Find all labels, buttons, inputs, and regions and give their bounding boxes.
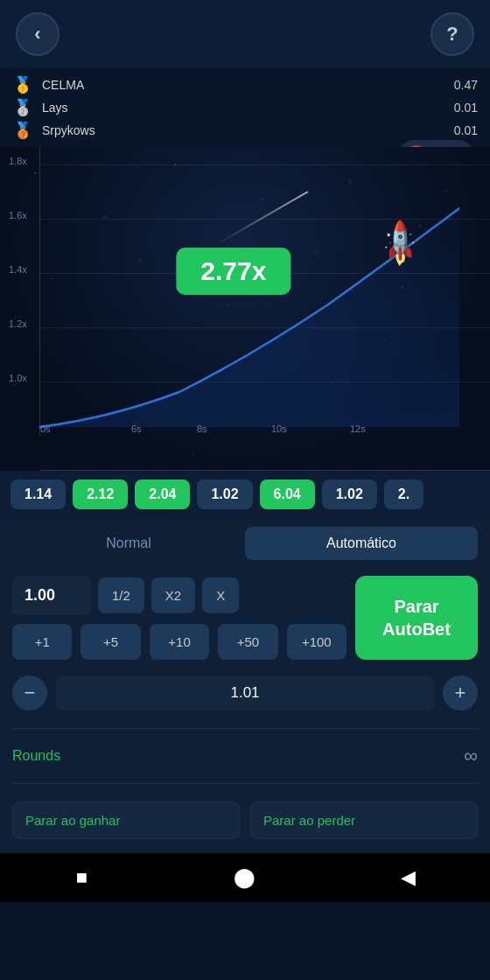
top-nav: ‹ ? [0, 0, 490, 68]
quick-add-5[interactable]: +5 [80, 624, 140, 660]
player-value-1: 0.47 [425, 78, 478, 92]
player-name-2: Lays [42, 101, 416, 115]
y-label-1-4: 1.4x [9, 264, 27, 275]
quick-add-row: +1 +5 +10 +50 +100 [12, 624, 346, 660]
rounds-value: ∞ [464, 745, 478, 767]
y-label-1-2: 1.2x [9, 318, 27, 329]
mult-chip-2: 2.04 [135, 480, 190, 509]
square-icon: ■ [76, 866, 88, 889]
x-axis [39, 470, 490, 471]
help-icon: ? [446, 23, 458, 46]
rounds-label: Rounds [12, 748, 60, 764]
player-value-3: 0.01 [425, 123, 478, 137]
stop-gain-field[interactable]: Parar ao ganhar [12, 802, 240, 839]
grid-h-1 [39, 164, 490, 165]
medal-1: 🥇 [12, 75, 33, 94]
multiplier-strip: 1.14 2.12 2.04 1.02 6.04 1.02 2. [0, 471, 490, 518]
stop-rows: Parar ao ganhar Parar ao perder [0, 793, 490, 839]
y-label-1-8: 1.8x [9, 156, 27, 166]
bet-input[interactable] [12, 576, 91, 615]
back-icon: ‹ [34, 23, 40, 46]
leaderboard: 🥇 CELMA 0.47 🥈 Lays 0.01 🥉 Srpykows 0.01 [0, 68, 490, 147]
multiplier-badge: 2.77x [176, 248, 290, 295]
player-value-2: 0.01 [425, 101, 478, 115]
mult-chip-5: 1.02 [322, 480, 377, 509]
bottom-home-button[interactable]: ⬤ [228, 860, 262, 895]
bottom-nav: ■ ⬤ ◀ [0, 853, 490, 902]
back-button[interactable]: ‹ [16, 12, 60, 56]
medal-3: 🥉 [12, 121, 33, 140]
leaderboard-row-3: 🥉 Srpykows 0.01 [12, 121, 478, 140]
rounds-row: Rounds ∞ [0, 738, 490, 774]
player-name-3: Srpykows [42, 123, 416, 137]
triangle-icon: ◀ [401, 866, 416, 889]
mult-chip-3: 1.02 [197, 480, 252, 509]
auto-cashout-value: 1.01 [56, 676, 434, 710]
control-panel: Normal Automático 1/2 X2 X +1 +5 +10 +50… [0, 518, 490, 853]
tab-normal[interactable]: Normal [12, 527, 245, 560]
auto-plus-button[interactable]: + [443, 676, 478, 710]
bottom-square-button[interactable]: ■ [64, 860, 99, 895]
quick-add-100[interactable]: +100 [287, 624, 346, 660]
mult-chip-1: 2.12 [73, 480, 128, 509]
divider-2 [12, 783, 478, 784]
auto-cashout-row: − 1.01 + [0, 667, 490, 719]
bet-left: 1/2 X2 X +1 +5 +10 +50 +100 [12, 576, 346, 660]
leaderboard-row-2: 🥈 Lays 0.01 [12, 98, 478, 117]
mult-chip-4: 6.04 [260, 480, 315, 509]
stop-loss-field[interactable]: Parar ao perder [250, 802, 478, 839]
game-area: 1.8x 1.6x 1.4x 1.2x 1.0x 0s 6s 8s 10s 12… [0, 147, 490, 471]
quick-add-1[interactable]: +1 [12, 624, 72, 660]
bet-input-row: 1/2 X2 X [12, 576, 346, 615]
tabs: Normal Automático [0, 518, 490, 569]
player-name-1: CELMA [42, 78, 416, 92]
quick-add-10[interactable]: +10 [150, 624, 209, 660]
clear-button[interactable]: X [202, 578, 239, 613]
flight-curve [39, 182, 486, 436]
circle-icon: ⬤ [234, 866, 256, 889]
double-button[interactable]: X2 [151, 578, 195, 613]
divider-1 [12, 728, 478, 729]
auto-minus-button[interactable]: − [12, 676, 47, 710]
medal-2: 🥈 [12, 98, 33, 117]
help-button[interactable]: ? [430, 12, 474, 56]
mult-chip-0: 1.14 [10, 480, 66, 509]
action-line2: AutoBet [382, 620, 451, 639]
bet-and-action-area: 1/2 X2 X +1 +5 +10 +50 +100 Parar AutoBe… [0, 569, 490, 667]
bottom-back-button[interactable]: ◀ [391, 860, 426, 895]
tab-automatico[interactable]: Automático [245, 527, 478, 560]
leaderboard-row-1: 🥇 CELMA 0.47 [12, 75, 478, 94]
quick-add-50[interactable]: +50 [218, 624, 277, 660]
action-line1: Parar [394, 597, 438, 616]
multiplier-value: 2.77x [200, 256, 266, 285]
y-label-1-6: 1.6x [9, 210, 27, 220]
mult-chip-6: 2. [384, 480, 424, 509]
half-button[interactable]: 1/2 [98, 578, 144, 613]
action-button[interactable]: Parar AutoBet [355, 576, 478, 660]
y-label-1-0: 1.0x [9, 373, 27, 383]
